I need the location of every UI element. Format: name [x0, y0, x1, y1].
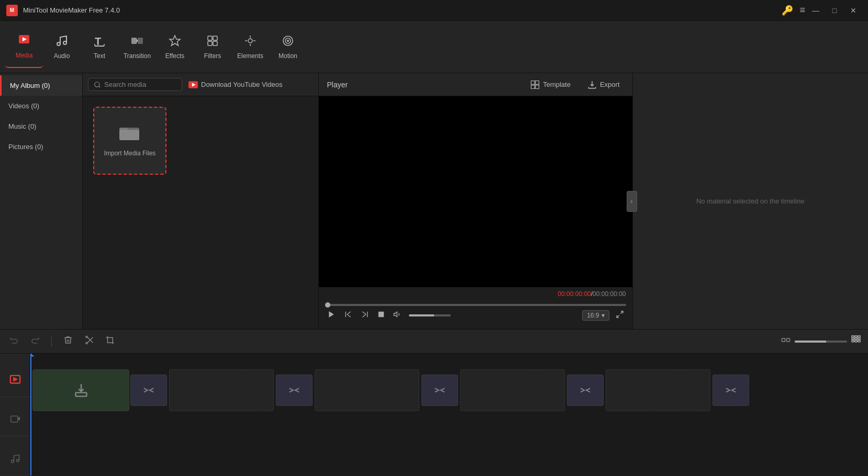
svg-line-35 [362, 312, 366, 314]
svg-point-61 [11, 460, 14, 463]
sidebar-item-videos[interactable]: Videos (0) [0, 96, 82, 116]
add-media-track-button[interactable] [0, 364, 30, 397]
toolbar-item-media[interactable]: Media [5, 26, 43, 68]
effects-icon [169, 35, 181, 50]
time-current: 00:00:00:00 [558, 290, 591, 298]
svg-rect-59 [10, 416, 17, 422]
collapse-button[interactable]: › [627, 191, 637, 212]
play-button[interactable] [325, 309, 338, 322]
search-icon [94, 81, 101, 88]
skip-back-button[interactable] [342, 309, 354, 322]
import-media-label: Import Media Files [104, 150, 156, 157]
toolbar-item-transition[interactable]: Transition [118, 26, 156, 68]
folder-icon [119, 124, 140, 145]
svg-line-32 [347, 314, 351, 317]
svg-rect-13 [213, 36, 217, 40]
timeline-toolbar [0, 330, 868, 354]
export-icon [587, 80, 597, 89]
maximize-button[interactable]: □ [826, 4, 843, 17]
sidebar-item-music[interactable]: Music (0) [0, 116, 82, 137]
svg-rect-15 [213, 41, 217, 46]
delete-button[interactable] [61, 333, 75, 349]
video-track [30, 364, 868, 416]
zoom-slider[interactable] [795, 341, 847, 343]
toolbar-elements-label: Elements [237, 52, 263, 60]
app-logo: M [6, 5, 18, 16]
zoom-out-button[interactable] [781, 335, 791, 347]
motion-icon [282, 35, 294, 50]
export-label: Export [600, 81, 620, 88]
toolbar-item-effects[interactable]: Effects [156, 26, 194, 68]
empty-clip-1 [169, 369, 274, 411]
zoom-in-button[interactable] [851, 335, 861, 347]
time-total: 00:00:00:00 [593, 290, 626, 298]
zoom-controls [781, 335, 861, 347]
aspect-ratio-selector[interactable]: 16:9 ▾ [582, 310, 609, 321]
timeline-area [0, 330, 868, 475]
svg-rect-54 [852, 341, 854, 342]
track-clip-main[interactable] [32, 369, 129, 411]
tracks-content[interactable] [30, 354, 868, 475]
crop-button[interactable] [103, 333, 117, 349]
svg-line-36 [362, 314, 366, 317]
svg-point-24 [95, 82, 99, 86]
toolbar-effects-label: Effects [165, 52, 184, 60]
toolbar-item-audio[interactable]: Audio [43, 26, 81, 68]
svg-rect-8 [131, 38, 137, 44]
svg-rect-50 [858, 336, 861, 337]
volume-button[interactable] [391, 309, 404, 322]
sidebar-item-pictures[interactable]: Pictures (0) [0, 137, 82, 157]
svg-point-43 [86, 336, 87, 338]
volume-slider[interactable] [409, 314, 451, 316]
search-media[interactable]: Search media [88, 78, 182, 91]
svg-point-42 [86, 343, 87, 344]
template-button[interactable]: Template [526, 78, 575, 92]
key-icon[interactable]: 🔑 [782, 5, 793, 16]
progress-handle[interactable] [325, 302, 330, 308]
elements-icon [244, 35, 257, 50]
undo-button[interactable] [7, 333, 21, 349]
svg-point-2 [57, 42, 60, 46]
svg-rect-12 [208, 36, 212, 40]
no-material-text: No material selected on the timeline [686, 187, 815, 216]
transition-clip-3[interactable] [421, 375, 458, 406]
toolbar-filters-label: Filters [204, 52, 221, 60]
minimize-button[interactable]: — [807, 4, 824, 17]
close-button[interactable]: ✕ [845, 4, 862, 17]
toolbar-media-label: Media [16, 52, 33, 59]
sidebar-item-myalbum[interactable]: My Album (0) [0, 75, 82, 96]
toolbar-item-text[interactable]: T Text [81, 26, 118, 68]
toolbar-item-filters[interactable]: Filters [194, 26, 231, 68]
stop-button[interactable] [375, 310, 387, 321]
redo-button[interactable] [28, 333, 42, 349]
video-preview [319, 96, 632, 287]
progress-bar[interactable] [325, 304, 626, 306]
track-labels [0, 354, 30, 475]
download-youtube-button[interactable]: Download YouTube Videos [188, 81, 282, 88]
svg-line-41 [617, 315, 619, 318]
svg-rect-38 [378, 312, 384, 318]
svg-rect-9 [138, 38, 143, 44]
playhead-marker [30, 354, 35, 361]
menu-icon[interactable]: ≡ [799, 5, 805, 16]
toolbar-transition-label: Transition [124, 52, 151, 60]
toolbar-item-elements[interactable]: Elements [231, 26, 269, 68]
transition-clip-1[interactable] [130, 375, 167, 406]
svg-marker-39 [394, 312, 397, 316]
transition-clip-4[interactable] [567, 375, 604, 406]
fullscreen-button[interactable] [614, 309, 626, 322]
toolbar-item-motion[interactable]: Motion [269, 26, 307, 68]
skip-forward-button[interactable] [359, 309, 371, 322]
svg-rect-55 [855, 341, 858, 342]
svg-point-16 [248, 39, 252, 43]
transition-clip-5[interactable] [713, 375, 749, 406]
svg-rect-56 [858, 341, 861, 342]
cut-button[interactable] [82, 333, 96, 349]
svg-rect-47 [787, 338, 790, 342]
toolbar-motion-label: Motion [279, 52, 297, 60]
transition-clip-2[interactable] [276, 375, 313, 406]
svg-rect-49 [855, 336, 858, 337]
import-media-button[interactable]: Import Media Files [93, 107, 166, 175]
playhead[interactable] [30, 354, 31, 475]
export-button[interactable]: Export [583, 78, 624, 92]
